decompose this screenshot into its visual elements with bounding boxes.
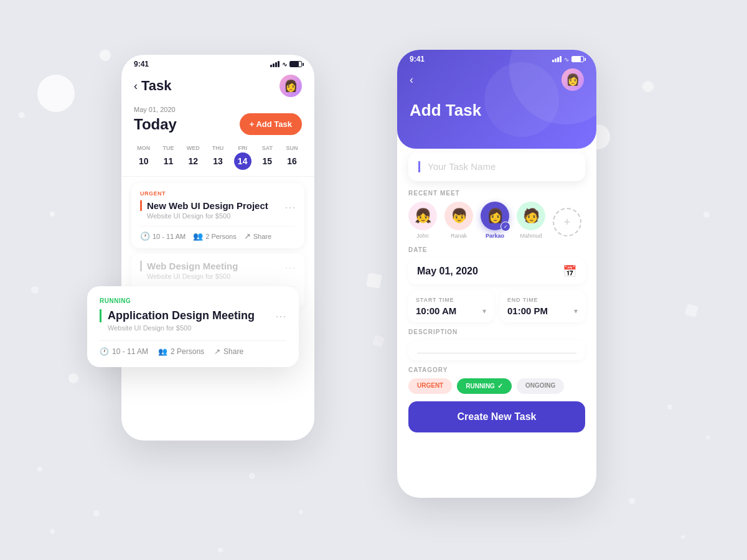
time-1: 9:41: [134, 60, 149, 68]
task-status-urgent: URGENT: [140, 190, 296, 197]
status-icons-1: ∿: [270, 61, 302, 68]
calendar-strip: MON 10 TUE 11 WED 12 THU 13 FRI 14 SAT 1…: [121, 141, 314, 177]
floating-title: Application Design Meeting: [100, 309, 255, 322]
share-icon-1: ↗: [244, 231, 251, 241]
date-field[interactable]: May 01, 2020 📅: [408, 258, 585, 284]
category-label: CATAGORY: [408, 366, 585, 373]
back-button-1[interactable]: ‹: [134, 80, 138, 93]
cal-day-fri[interactable]: FRI 14: [234, 145, 251, 170]
floating-task-card: RUNNING Application Design Meeting Websi…: [87, 286, 299, 367]
cal-day-sat[interactable]: SAT 15: [258, 145, 276, 170]
start-time-label: START TIME: [416, 297, 486, 303]
task-more-2[interactable]: ⋯: [284, 261, 296, 274]
description-section: DESCRIPTION: [408, 329, 585, 360]
add-task-button[interactable]: + Add Task: [240, 113, 302, 135]
time-row: START TIME 10:00 AM ▾ END TIME 01:00 PM …: [408, 291, 585, 322]
date-section: May 01, 2020 Today + Add Task: [121, 103, 314, 141]
description-field[interactable]: [408, 340, 585, 360]
share-icon-floating: ↗: [214, 347, 220, 356]
task-title-2: Web Design Meeting: [140, 261, 238, 271]
cal-day-mon[interactable]: MON 10: [135, 145, 153, 170]
calendar-icon: 📅: [563, 264, 576, 278]
avatar-ranak[interactable]: 👦 Ranak: [444, 202, 473, 239]
avatar-parkao[interactable]: 👩 ✓ Parkao: [481, 202, 509, 239]
start-time-value: 10:00 AM: [416, 306, 456, 316]
floating-time: 🕐 10 - 11 AM: [100, 347, 148, 356]
battery-icon-2: [571, 56, 584, 62]
recent-meet-label: RECENT MEET: [408, 190, 585, 197]
time-2: 9:41: [410, 55, 425, 63]
signal-icon-1: [270, 61, 280, 67]
floating-subtitle: Website UI Design for $500: [100, 324, 255, 332]
cal-day-wed[interactable]: WED 12: [184, 145, 202, 170]
date-label-form: DATE: [408, 246, 585, 253]
clock-icon-1: 🕐: [140, 231, 150, 241]
persons-icon-1: 👥: [193, 231, 203, 241]
avatar-1: 👩: [280, 75, 302, 97]
phone1-header: ‹ Task 👩: [121, 71, 314, 103]
clock-icon-floating: 🕐: [100, 347, 109, 356]
phone-task-list: 9:41 ∿ ‹ Task 👩 May 01, 2020 Today + Add…: [121, 55, 314, 441]
task-name-field[interactable]: [408, 152, 585, 181]
floating-share[interactable]: ↗ Share: [214, 347, 243, 356]
task-name-input[interactable]: [428, 161, 575, 172]
category-urgent[interactable]: URGENT: [408, 378, 452, 394]
start-time-field[interactable]: START TIME 10:00 AM ▾: [408, 291, 494, 322]
floating-status: RUNNING: [100, 297, 286, 304]
category-ongoing[interactable]: ONGOING: [517, 378, 564, 394]
task-subtitle-1: Website UI Design for $500: [140, 212, 268, 220]
avatars-row: 👧 John 👦 Ranak 👩 ✓ Par: [408, 202, 585, 239]
avatar-mahmud[interactable]: 🧑 Mahmud: [517, 202, 545, 239]
today-label: Today: [134, 116, 177, 133]
start-time-chevron: ▾: [482, 307, 486, 315]
battery-icon-1: [289, 61, 302, 67]
selected-check: ✓: [500, 222, 510, 231]
end-time-label: END TIME: [507, 297, 578, 303]
avatar-john[interactable]: 👧 John: [408, 202, 437, 239]
wifi-icon-1: ∿: [282, 61, 287, 68]
task-share-1[interactable]: ↗ Share: [244, 231, 271, 241]
floating-more[interactable]: ⋯: [275, 309, 286, 323]
task-title-1: New Web UI Design Project: [140, 200, 268, 211]
back-button-2[interactable]: ‹: [410, 73, 413, 86]
status-bar-1: 9:41 ∿: [121, 55, 314, 71]
task-persons-1: 👥 2 Persons: [193, 231, 237, 241]
category-row: URGENT RUNNING ✓ ONGOING: [408, 378, 585, 394]
create-new-task-button[interactable]: Create New Task: [408, 401, 585, 432]
end-time-chevron: ▾: [574, 307, 578, 315]
phone-add-task: 9:41 ∿ ‹ 👩 Add Task: [397, 50, 596, 498]
description-label: DESCRIPTION: [408, 329, 585, 335]
date-value: May 01, 2020: [417, 266, 478, 277]
phone2-header-bg: 9:41 ∿ ‹ 👩 Add Task: [397, 50, 596, 149]
cal-day-tue[interactable]: TUE 11: [160, 145, 177, 170]
task-more-1[interactable]: ⋯: [284, 200, 296, 214]
recent-meet-section: RECENT MEET 👧 John 👦 Ranak: [408, 190, 585, 239]
persons-icon-floating: 👥: [158, 347, 167, 356]
add-person[interactable]: +: [553, 208, 581, 239]
end-time-field[interactable]: END TIME 01:00 PM ▾: [500, 291, 585, 322]
end-time-value: 01:00 PM: [507, 306, 548, 316]
task-subtitle-2: Website UI Design for $500: [140, 273, 238, 280]
phone1-title: Task: [141, 78, 172, 94]
date-label: May 01, 2020: [134, 106, 302, 113]
task-card-urgent[interactable]: URGENT New Web UI Design Project Website…: [131, 183, 304, 248]
add-task-form: RECENT MEET 👧 John 👦 Ranak: [397, 152, 596, 436]
floating-persons: 👥 2 Persons: [158, 347, 204, 356]
add-person-button[interactable]: +: [553, 208, 581, 236]
cal-day-sun[interactable]: SUN 16: [283, 145, 301, 170]
cal-day-thu[interactable]: THU 13: [209, 145, 227, 170]
category-section: CATAGORY URGENT RUNNING ✓ ONGOING: [408, 366, 585, 394]
date-section-form: DATE May 01, 2020 📅: [408, 246, 585, 284]
category-running[interactable]: RUNNING ✓: [457, 378, 512, 394]
task-time-1: 🕐 10 - 11 AM: [140, 231, 186, 241]
